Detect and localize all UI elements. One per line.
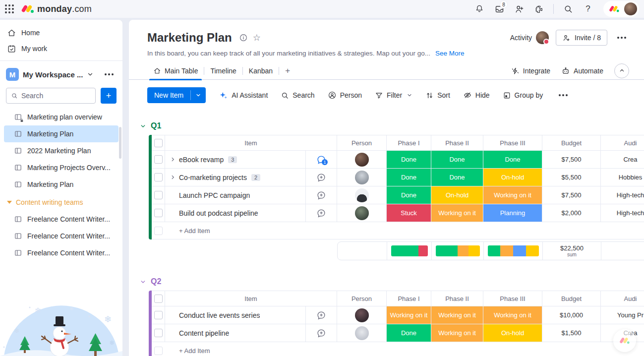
search-button[interactable]: Search <box>281 91 314 100</box>
new-item-button[interactable]: New Item <box>147 87 206 103</box>
item-cell[interactable]: Content pipeline <box>165 324 306 342</box>
add-update-icon[interactable] <box>316 190 327 201</box>
board-title[interactable]: Marketing Plan <box>147 31 232 45</box>
invite-button[interactable]: Invite / 8 <box>556 30 607 46</box>
status-cell-phase3[interactable]: Done <box>483 151 542 168</box>
chat-cell[interactable] <box>306 186 337 204</box>
workspace-menu-icon[interactable] <box>102 70 117 78</box>
phase1-distribution-bar[interactable] <box>391 245 428 256</box>
budget-cell[interactable]: $10,000 <box>542 306 601 324</box>
item-cell[interactable]: eBook revamp 3 <box>165 151 306 168</box>
person-avatar[interactable] <box>355 326 369 340</box>
item-cell[interactable]: Build out podcast pipeline <box>165 204 306 222</box>
person-avatar[interactable] <box>355 188 369 202</box>
apps-marketplace-icon[interactable] <box>530 1 547 16</box>
column-header-phase1[interactable]: Phase I <box>387 291 431 306</box>
board-menu-icon[interactable] <box>614 34 629 42</box>
sidebar-board-item[interactable]: Marketing Projects Overv... <box>4 159 118 176</box>
add-item-row[interactable]: + Add Item <box>152 222 644 239</box>
person-avatar[interactable] <box>355 308 369 322</box>
status-cell-phase1[interactable]: Done <box>387 151 431 168</box>
person-filter-button[interactable]: Person <box>328 91 362 100</box>
user-avatar[interactable] <box>624 2 637 15</box>
person-avatar[interactable] <box>355 153 369 167</box>
add-item-row[interactable]: + Add Item <box>152 342 644 356</box>
sidebar-search[interactable] <box>6 88 96 104</box>
column-header-phase2[interactable]: Phase II <box>431 135 483 150</box>
status-cell-phase3[interactable]: Working on it <box>483 186 542 204</box>
sidebar-scrollbar-thumb[interactable] <box>119 127 121 159</box>
add-board-button[interactable]: + <box>101 88 117 104</box>
item-name[interactable]: Co-marketing projects <box>179 174 247 181</box>
column-header-audience[interactable]: Audi <box>601 291 644 306</box>
row-checkbox[interactable] <box>154 329 163 337</box>
sidebar-item-my-work[interactable]: My work <box>0 41 122 57</box>
filter-button[interactable]: Filter <box>375 91 412 100</box>
status-cell-phase1[interactable]: Done <box>387 324 431 342</box>
column-header-budget[interactable]: Budget <box>542 291 601 306</box>
automate-button[interactable]: Automate <box>561 66 603 75</box>
group-title[interactable]: Q2 <box>140 277 644 286</box>
unread-update-icon[interactable]: 1 <box>316 154 327 165</box>
toolbar-more-icon[interactable] <box>556 91 571 99</box>
item-name[interactable]: Build out podcast pipeline <box>179 209 258 217</box>
row-checkbox[interactable] <box>154 191 163 199</box>
inbox-icon[interactable]: 8 <box>491 1 508 16</box>
audience-cell[interactable]: Crea <box>601 151 644 168</box>
status-cell-phase1[interactable]: Stuck <box>387 204 431 222</box>
integrate-button[interactable]: Integrate <box>511 66 550 75</box>
add-update-icon[interactable] <box>316 328 327 339</box>
activity-button[interactable]: Activity <box>510 31 549 44</box>
budget-cell[interactable]: $7,500 <box>542 186 601 204</box>
monday-logo[interactable]: monday.com <box>22 4 92 14</box>
person-cell[interactable] <box>337 186 387 204</box>
item-name[interactable]: Launch PPC campaign <box>179 191 250 199</box>
floating-monday-ai-button[interactable]: + <box>613 329 636 352</box>
sidebar-board-item[interactable]: Freelance Content Writer... <box>4 228 118 244</box>
search-icon[interactable] <box>560 1 577 16</box>
phase3-distribution-bar[interactable] <box>488 245 539 256</box>
group-title[interactable]: Q1 <box>140 121 644 130</box>
chat-cell[interactable] <box>306 169 337 186</box>
add-update-icon[interactable] <box>316 208 327 219</box>
hide-button[interactable]: Hide <box>463 91 490 100</box>
person-cell[interactable] <box>337 204 387 222</box>
group-by-button[interactable]: Group by <box>503 91 543 100</box>
sidebar-board-item[interactable]: Marketing plan overview <box>4 109 118 125</box>
chat-cell[interactable]: 1 <box>306 151 337 168</box>
column-header-audience[interactable]: Audi <box>601 135 644 150</box>
row-checkbox[interactable] <box>154 311 163 319</box>
select-all-checkbox[interactable] <box>154 295 163 303</box>
tab-timeline[interactable]: Timeline <box>204 62 242 80</box>
person-cell[interactable] <box>337 324 387 342</box>
sidebar-board-item[interactable]: Marketing Plan <box>4 125 118 142</box>
column-header-item[interactable]: Item <box>165 135 337 150</box>
person-cell[interactable] <box>337 169 387 186</box>
status-cell-phase3[interactable]: Planning <box>483 204 542 222</box>
status-cell-phase2[interactable]: Working on it <box>431 204 483 222</box>
item-name[interactable]: eBook revamp <box>179 156 224 164</box>
tab-main-table[interactable]: Main Table <box>147 62 204 80</box>
sidebar-search-input[interactable] <box>21 92 91 100</box>
add-view-button[interactable]: + <box>279 66 296 76</box>
person-avatar[interactable] <box>355 171 369 184</box>
select-all-checkbox[interactable] <box>154 139 163 147</box>
status-cell-phase1[interactable]: Done <box>387 169 431 186</box>
add-update-icon[interactable] <box>316 310 327 321</box>
help-icon[interactable]: ? <box>580 1 596 16</box>
add-item-label[interactable]: + Add Item <box>165 222 644 239</box>
status-cell-phase2[interactable]: Done <box>431 151 483 168</box>
sort-button[interactable]: Sort <box>425 91 450 100</box>
sidebar-item-home[interactable]: Home <box>0 25 122 41</box>
chat-cell[interactable] <box>306 204 337 222</box>
audience-cell[interactable]: High-tech <box>601 204 644 222</box>
account-switcher[interactable] <box>603 1 639 17</box>
sidebar-board-item[interactable]: Marketing Plan <box>4 176 118 193</box>
status-cell-phase3[interactable]: Working on it <box>483 306 542 324</box>
column-header-phase2[interactable]: Phase II <box>431 291 483 306</box>
audience-cell[interactable]: High-tech <box>601 186 644 204</box>
status-cell-phase2[interactable]: Done <box>431 169 483 186</box>
status-cell-phase1[interactable]: Done <box>387 186 431 204</box>
notifications-bell-icon[interactable] <box>471 1 488 16</box>
column-header-phase1[interactable]: Phase I <box>387 135 431 150</box>
